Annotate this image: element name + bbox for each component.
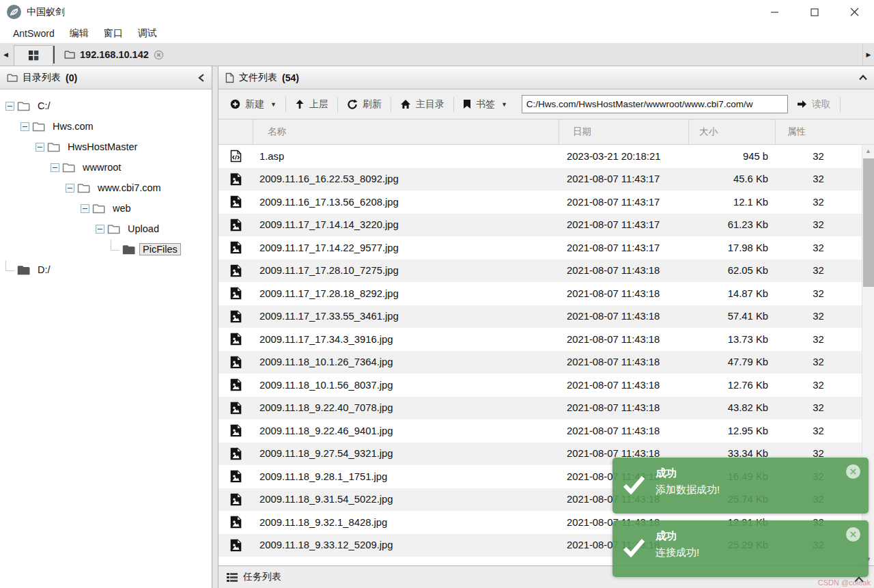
refresh-button[interactable]: 刷新 [338, 89, 391, 119]
collapse-toggle-icon[interactable] [51, 163, 59, 172]
file-size: 12.76 Kb [688, 380, 775, 391]
column-size[interactable]: 大小 [688, 120, 775, 144]
file-row[interactable]: 2009.11.18_9.22.46_9401.jpg 2021-08-07 1… [218, 419, 862, 443]
tree-node-label: www.cbi7.com [94, 182, 165, 194]
file-name: 2009.11.18_10.1.56_8037.jpg [253, 380, 559, 391]
file-type-icon [218, 287, 253, 300]
up-level-button[interactable]: 上层 [286, 89, 337, 119]
file-attr: 32 [775, 425, 862, 436]
image-file-icon [230, 447, 242, 460]
tab-scroll-left-icon[interactable]: ◀ [0, 44, 12, 66]
menu-debug[interactable]: 调试 [130, 27, 165, 40]
file-toolbar: 新建 ▼ 上层 刷新 主目录 书签 ▼ [218, 89, 874, 120]
file-row[interactable]: 2009.11.17_17.28.18_8292.jpg 2021-08-07 … [218, 282, 862, 305]
file-row[interactable]: 2009.11.17_17.14.22_9577.jpg 2021-08-07 … [218, 236, 862, 260]
file-type-icon [218, 173, 253, 186]
collapse-toggle-icon[interactable] [81, 204, 89, 213]
file-row[interactable]: 2009.11.17_17.14.14_3220.jpg 2021-08-07 … [218, 214, 862, 237]
file-row[interactable]: 2009.11.17_17.28.10_7275.jpg 2021-08-07 … [218, 260, 862, 283]
folder-icon [32, 122, 45, 132]
directory-tree: C:/ Hws.com HwsHostMaster wwwroot ww [0, 89, 212, 588]
task-list-icon [227, 573, 238, 582]
scrollbar-thumb[interactable] [863, 158, 874, 287]
file-type-icon [218, 378, 253, 391]
path-input[interactable] [522, 95, 788, 113]
antsword-logo-icon [7, 5, 21, 19]
tree-node[interactable]: Upload [0, 219, 212, 239]
maximize-button[interactable] [795, 0, 834, 24]
file-date: 2021-08-07 11:43:18 [559, 402, 688, 413]
close-button[interactable] [834, 0, 874, 24]
new-button-label: 新建 [245, 98, 264, 111]
collapse-toggle-icon[interactable] [36, 143, 44, 152]
image-file-icon [230, 493, 242, 506]
home-dir-button[interactable]: 主目录 [391, 89, 453, 119]
image-file-icon [230, 402, 242, 415]
tree-node[interactable]: www.cbi7.com [0, 178, 212, 198]
menu-bar: AntSword 编辑 窗口 调试 [0, 24, 874, 44]
file-size: 12.1 Kb [688, 197, 775, 208]
file-row[interactable]: 2009.11.16_16.22.53_8092.jpg 2021-08-07 … [218, 168, 862, 191]
tree-node[interactable]: Hws.com [0, 116, 212, 137]
file-type-icon [218, 424, 253, 437]
tab-shell-session[interactable]: 192.168.10.142 [55, 44, 173, 66]
tree-node[interactable]: D:/ [0, 260, 212, 280]
read-button[interactable]: 读取 [788, 89, 840, 119]
folder-icon [17, 101, 30, 111]
file-row[interactable]: 1.asp 2023-03-21 20:18:21 945 b 32 [218, 145, 862, 168]
file-icon [225, 72, 234, 83]
code-file-icon [230, 150, 242, 163]
tree-node[interactable]: wwwroot [0, 157, 212, 178]
directory-panel-header: 目录列表 (0) [0, 66, 212, 89]
folder-icon [92, 204, 105, 214]
toast-close-icon[interactable] [846, 527, 860, 542]
column-date[interactable]: 日期 [559, 120, 688, 144]
file-attr: 32 [775, 288, 862, 299]
file-type-icon [218, 219, 253, 232]
home-button-label: 主目录 [416, 98, 445, 111]
tab-scroll-right-icon[interactable]: ▶ [862, 44, 874, 66]
toast-close-icon[interactable] [846, 464, 860, 479]
menu-window[interactable]: 窗口 [96, 27, 130, 40]
tab-close-icon[interactable] [154, 50, 164, 60]
menu-antsword[interactable]: AntSword [5, 28, 62, 39]
tree-node[interactable]: HwsHostMaster [0, 137, 212, 157]
file-type-icon [218, 516, 253, 529]
tree-node[interactable]: PicFiles [0, 239, 212, 260]
file-row[interactable]: 2009.11.18_9.22.40_7078.jpg 2021-08-07 1… [218, 397, 862, 420]
column-name[interactable]: 名称 [253, 120, 559, 144]
folder-icon [62, 163, 75, 173]
file-row[interactable]: 2009.11.17_17.34.3_3916.jpg 2021-08-07 1… [218, 328, 862, 351]
image-file-icon [230, 241, 242, 254]
collapse-file-panel-icon[interactable] [859, 74, 867, 81]
minimize-button[interactable] [755, 0, 795, 24]
file-attr: 32 [775, 380, 862, 391]
new-button[interactable]: 新建 ▼ [221, 89, 285, 119]
folder-icon [17, 265, 30, 275]
collapse-toggle-icon[interactable] [5, 102, 14, 111]
task-list-title: 任务列表 [243, 571, 281, 583]
file-row[interactable]: 2009.11.18_10.1.56_8037.jpg 2021-08-07 1… [218, 374, 862, 397]
tab-home-grid[interactable] [14, 45, 53, 66]
file-size: 45.6 Kb [688, 173, 775, 184]
file-date: 2023-03-21 20:18:21 [559, 151, 688, 162]
collapse-toggle-icon[interactable] [20, 122, 29, 131]
file-row[interactable]: 2009.11.16_17.13.56_6208.jpg 2021-08-07 … [218, 191, 862, 214]
collapse-left-panel-icon[interactable] [198, 74, 205, 82]
folder-icon [122, 244, 135, 255]
panel-splitter[interactable] [212, 66, 218, 588]
bookmark-button[interactable]: 书签 ▼ [454, 89, 516, 119]
image-file-icon [230, 310, 242, 323]
file-panel-header: 文件列表 (54) [218, 66, 874, 89]
tree-node[interactable]: C:/ [0, 96, 212, 116]
file-type-icon [218, 447, 253, 460]
file-size: 61.23 Kb [688, 219, 775, 230]
scroll-up-icon[interactable]: ▲ [862, 148, 874, 154]
tree-node[interactable]: web [0, 198, 212, 219]
file-row[interactable]: 2009.11.17_17.33.55_3461.jpg 2021-08-07 … [218, 305, 862, 328]
menu-edit[interactable]: 编辑 [62, 27, 96, 40]
column-attr[interactable]: 属性 [775, 120, 862, 144]
file-row[interactable]: 2009.11.18_10.1.26_7364.jpg 2021-08-07 1… [218, 351, 862, 374]
collapse-toggle-icon[interactable] [66, 184, 74, 193]
collapse-toggle-icon[interactable] [96, 225, 104, 234]
